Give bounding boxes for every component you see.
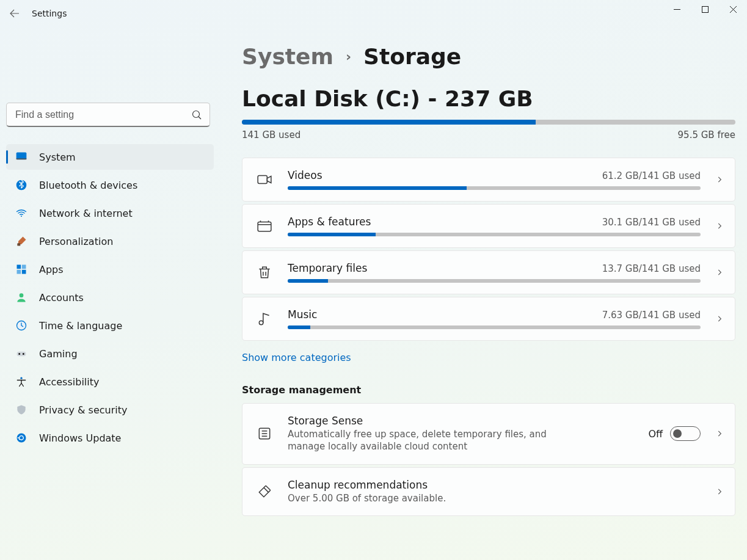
sidebar-item-privacy-security[interactable]: Privacy & security [6,397,214,423]
svg-rect-2 [16,153,27,160]
storage-icon [255,424,274,443]
sidebar-item-apps[interactable]: Apps [6,256,214,282]
svg-rect-19 [258,222,271,231]
card-title: Storage Sense [288,415,635,427]
sidebar-item-bluetooth-devices[interactable]: Bluetooth & devices [6,172,214,198]
back-button[interactable] [9,7,21,20]
card-body: Music 7.63 GB/141 GB used [288,308,701,329]
card-title: Cleanup recommendations [288,479,701,491]
minimize-button[interactable] [663,0,691,18]
category-bar [288,325,701,329]
sidebar-item-accessibility[interactable]: Accessibility [6,369,214,395]
trash-icon [255,263,274,282]
bluetooth-icon [15,178,28,192]
show-more-link[interactable]: Show more categories [242,352,735,363]
sidebar-item-label: Accessibility [39,376,99,388]
chevron-right-icon: › [346,49,351,64]
person-icon [15,291,28,304]
sidebar-item-personalization[interactable]: Personalization [6,228,214,254]
svg-point-1 [193,111,200,118]
minimize-icon [674,6,680,13]
toggle-label: Off [648,428,663,440]
category-bar [288,279,701,283]
chevron-right-icon [714,429,725,438]
sidebar-item-gaming[interactable]: Gaming [6,341,214,366]
sidebar-item-label: Gaming [39,348,78,360]
chevron-right-icon [714,222,725,230]
svg-rect-10 [22,270,26,274]
sidebar-item-network-internet[interactable]: Network & internet [6,200,214,226]
category-usage: 30.1 GB/141 GB used [602,217,701,228]
sidebar-item-label: Apps [39,264,64,275]
paintbrush-icon [15,235,28,248]
category-title: Apps & features [288,216,371,228]
chevron-right-icon [714,268,725,277]
svg-point-15 [23,354,24,355]
chevron-right-icon [714,487,725,496]
sidebar-item-label: Personalization [39,236,113,247]
category-usage: 7.63 GB/141 GB used [602,310,701,321]
disk-usage-fill [242,120,536,125]
search-icon [192,110,202,120]
management-heading: Storage management [242,384,735,396]
svg-point-20 [259,321,263,325]
svg-rect-9 [17,270,21,274]
sidebar-item-label: Windows Update [39,432,121,444]
disk-title: Local Disk (C:) - 237 GB [242,86,735,111]
video-icon [255,170,274,189]
svg-rect-3 [16,159,27,160]
card-body: Storage Sense Automatically free up spac… [288,415,635,453]
disk-free-label: 95.5 GB free [678,129,735,140]
category-title: Music [288,308,317,321]
svg-rect-13 [17,352,26,357]
card-body: Apps & features 30.1 GB/141 GB used [288,216,701,236]
music-icon [255,309,274,329]
storage-sense-toggle[interactable] [670,426,701,441]
content: System › Storage Local Disk (C:) - 237 G… [220,29,747,560]
grid-icon [15,263,28,276]
category-card-videos[interactable]: Videos 61.2 GB/141 GB used [242,158,735,202]
management-card-storage-sense[interactable]: Storage Sense Automatically free up spac… [242,403,735,465]
arrow-left-icon [10,9,20,18]
search-container [6,103,210,127]
category-card-apps-features[interactable]: Apps & features 30.1 GB/141 GB used [242,204,735,248]
svg-rect-0 [702,6,708,12]
card-body: Temporary files 13.7 GB/141 GB used [288,262,701,283]
search-input[interactable] [6,103,210,127]
titlebar: Settings [0,0,747,29]
sidebar: SystemBluetooth & devicesNetwork & inter… [0,29,220,560]
monitor-icon [15,150,28,164]
svg-rect-6 [17,243,20,245]
svg-rect-18 [258,176,267,184]
management-card-cleanup-recommendations[interactable]: Cleanup recommendations Over 5.00 GB of … [242,467,735,516]
category-title: Videos [288,169,322,181]
svg-point-16 [20,377,22,379]
card-body: Cleanup recommendations Over 5.00 GB of … [288,479,701,504]
management-list: Storage Sense Automatically free up spac… [242,403,735,516]
disk-stats: 141 GB used 95.5 GB free [242,129,735,140]
card-subtitle: Over 5.00 GB of storage available. [288,492,569,504]
breadcrumb: System › Storage [242,44,735,69]
close-button[interactable] [719,0,747,18]
page-title: Storage [363,44,461,69]
maximize-button[interactable] [691,0,719,18]
sidebar-item-system[interactable]: System [6,144,214,170]
category-usage: 61.2 GB/141 GB used [602,170,701,181]
svg-point-14 [19,354,20,355]
toggle-wrap: Off [648,426,701,441]
accessibility-icon [15,375,28,388]
svg-point-11 [20,293,24,297]
titlebar-left: Settings [0,0,67,20]
category-card-temporary-files[interactable]: Temporary files 13.7 GB/141 GB used [242,250,735,294]
sidebar-item-windows-update[interactable]: Windows Update [6,425,214,451]
breadcrumb-parent[interactable]: System [242,44,333,69]
sidebar-item-time-language[interactable]: Time & language [6,313,214,338]
card-subtitle: Automatically free up space, delete temp… [288,428,569,453]
close-icon [730,6,737,13]
category-card-music[interactable]: Music 7.63 GB/141 GB used [242,297,735,341]
clock-icon [15,319,28,332]
disk-used-label: 141 GB used [242,129,301,140]
sidebar-item-label: Bluetooth & devices [39,180,137,191]
sidebar-item-accounts[interactable]: Accounts [6,285,214,310]
maximize-icon [702,6,709,13]
